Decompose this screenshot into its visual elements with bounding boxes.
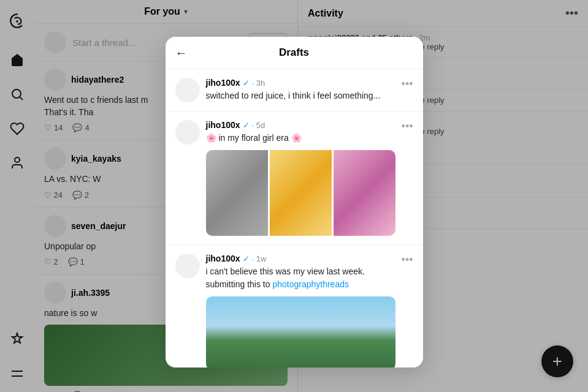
draft-more-icon-0[interactable]: ••• [402,78,413,91]
verified-icon-2: ✓ [243,254,250,263]
draft-avatar-1 [175,120,200,145]
draft-username-1: jiho100x [206,120,240,130]
back-button[interactable]: ← [175,46,188,60]
modal-header: ← Drafts [166,37,423,69]
draft-time-2: · 1w [252,254,267,263]
verified-icon-0: ✓ [243,78,250,88]
modal-overlay[interactable]: ← Drafts jiho100x ✓ · 3h switched to red… [0,0,588,392]
modal-title: Drafts [279,47,309,59]
verified-icon-1: ✓ [243,121,250,130]
draft-image-candy [270,150,332,236]
draft-image-ring [206,150,268,236]
draft-image-landscape [206,296,395,368]
draft-more-icon-1[interactable]: ••• [402,120,413,133]
draft-time-1: · 5d [252,121,265,130]
draft-item-0: jiho100x ✓ · 3h switched to red juice, i… [166,69,423,111]
draft-item-1: jiho100x ✓ · 5d 🌸 in my floral girl era … [166,111,423,245]
draft-time-0: · 3h [252,78,265,88]
draft-image-balloon [334,150,395,236]
draft-more-icon-2[interactable]: ••• [402,254,413,266]
draft-images-1 [206,150,395,236]
draft-username-0: jiho100x [206,78,240,88]
draft-item-2: jiho100x ✓ · 1w i can't believe this was… [166,245,423,368]
draft-avatar-0 [175,78,200,102]
draft-text-1: 🌸 in my floral girl era 🌸 [206,132,395,144]
draft-username-2: jiho100x [206,254,240,263]
drafts-modal: ← Drafts jiho100x ✓ · 3h switched to red… [166,37,423,368]
draft-images-2 [206,296,395,368]
draft-avatar-2 [175,254,200,278]
draft-text-2: i can't believe this was my view last we… [206,265,395,290]
draft-text-0: switched to red juice, i think i feel so… [206,89,395,102]
draft-link-2[interactable]: photographythreads [272,279,349,289]
